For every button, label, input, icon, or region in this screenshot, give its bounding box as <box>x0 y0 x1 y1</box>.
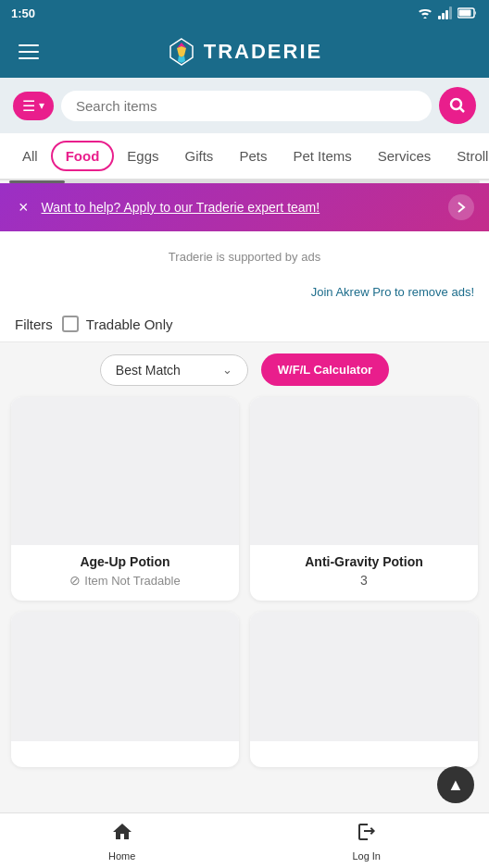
svg-marker-8 <box>177 46 186 57</box>
svg-point-10 <box>451 99 461 109</box>
item-image <box>250 612 478 741</box>
tab-scroll-bar <box>9 180 65 183</box>
tab-eggs[interactable]: Eggs <box>114 141 171 171</box>
filters-bar: Filters Tradable Only <box>0 306 489 342</box>
sort-select[interactable]: Best Match ⌄ <box>100 354 248 386</box>
hamburger-line <box>19 57 39 59</box>
svg-rect-5 <box>459 10 471 17</box>
category-tabs: All Food Eggs Gifts Pets Pet Items Servi… <box>0 133 489 180</box>
search-bar: ☰ ▾ <box>0 78 489 133</box>
item-info <box>250 741 478 767</box>
tab-scroll-indicator <box>9 180 480 183</box>
item-name: Age-Up Potion <box>22 554 228 569</box>
item-status: ⊘ Item Not Tradable <box>22 573 228 588</box>
status-time: 1:50 <box>11 6 35 20</box>
item-image <box>11 397 239 545</box>
ad-section: Traderie is supported by ads <box>0 231 489 281</box>
wifi-icon <box>417 6 433 19</box>
tab-pet-items[interactable]: Pet Items <box>280 141 364 171</box>
signal-icon <box>438 6 453 19</box>
item-info: Anti-Gravity Potion 3 <box>250 545 478 601</box>
item-grid: Age-Up Potion ⊘ Item Not Tradable Anti-G… <box>0 397 489 778</box>
promo-banner[interactable]: × Want to help? Apply to our Traderie ex… <box>0 183 489 231</box>
tab-services[interactable]: Services <box>365 141 445 171</box>
svg-rect-0 <box>438 16 441 19</box>
item-card[interactable] <box>11 612 239 767</box>
tab-food[interactable]: Food <box>51 141 115 171</box>
search-icon <box>449 97 466 114</box>
home-icon <box>111 821 133 849</box>
svg-rect-1 <box>442 13 445 19</box>
wfl-calculator-button[interactable]: W/F/L Calculator <box>261 353 389 386</box>
nav-home-label: Home <box>108 850 135 862</box>
logo-text: TRADERIE <box>204 40 322 64</box>
hamburger-line <box>19 44 39 46</box>
tab-pets[interactable]: Pets <box>226 141 280 171</box>
tab-strollers[interactable]: Strollers <box>444 141 489 171</box>
sort-chevron-icon: ⌄ <box>222 363 232 377</box>
item-info: Age-Up Potion ⊘ Item Not Tradable <box>11 545 239 601</box>
search-input-wrap <box>61 91 432 121</box>
search-input[interactable] <box>76 98 417 114</box>
top-nav: TRADERIE <box>0 26 489 78</box>
remove-ads-link[interactable]: Join Akrew Pro to remove ads! <box>0 281 489 306</box>
tab-all[interactable]: All <box>9 141 51 171</box>
chevron-down-icon: ▾ <box>39 99 44 112</box>
battery-icon <box>458 7 478 19</box>
status-bar: 1:50 <box>0 0 489 26</box>
logo: TRADERIE <box>167 37 322 67</box>
item-info <box>11 741 239 767</box>
status-icons <box>417 6 478 19</box>
tab-gifts[interactable]: Gifts <box>172 141 227 171</box>
tradable-label: Tradable Only <box>86 316 173 332</box>
banner-close-button[interactable]: × <box>15 198 32 217</box>
time-display: 1:50 <box>11 6 35 20</box>
item-image <box>11 612 239 741</box>
item-image <box>250 397 478 545</box>
nav-home-button[interactable]: Home <box>90 821 154 857</box>
hamburger-line <box>19 51 39 53</box>
item-value: 3 <box>261 573 467 588</box>
search-button[interactable] <box>439 87 476 124</box>
nav-login-label: Log In <box>352 850 381 862</box>
tradable-only-filter[interactable]: Tradable Only <box>62 316 173 332</box>
filter-button[interactable]: ☰ ▾ <box>13 92 54 120</box>
item-card[interactable] <box>250 612 478 767</box>
login-icon <box>356 821 378 849</box>
tradable-checkbox[interactable] <box>62 316 79 332</box>
item-card[interactable]: Anti-Gravity Potion 3 <box>250 397 478 601</box>
filters-label: Filters <box>15 316 53 332</box>
item-card[interactable]: Age-Up Potion ⊘ Item Not Tradable <box>11 397 239 601</box>
nav-login-button[interactable]: Log In <box>333 821 399 857</box>
item-name: Anti-Gravity Potion <box>261 554 467 569</box>
svg-rect-2 <box>445 10 448 19</box>
filters-left: Filters Tradable Only <box>15 316 173 332</box>
svg-line-11 <box>460 108 465 113</box>
ad-text: Traderie is supported by ads <box>169 250 320 264</box>
filter-icon: ☰ <box>22 97 35 115</box>
sort-select-text: Best Match <box>116 363 215 378</box>
hamburger-button[interactable] <box>15 41 43 63</box>
bottom-nav: Home Log In <box>0 812 489 868</box>
logo-icon <box>167 37 196 67</box>
banner-text: Want to help? Apply to our Traderie expe… <box>42 200 439 215</box>
svg-rect-3 <box>449 6 452 19</box>
chevron-right-icon <box>455 201 468 214</box>
not-tradable-icon: ⊘ <box>69 573 81 588</box>
sort-row: Best Match ⌄ W/F/L Calculator <box>0 342 489 397</box>
banner-arrow-icon <box>448 194 474 220</box>
close-icon: × <box>19 198 29 217</box>
not-tradable-text: Item Not Tradable <box>84 574 180 588</box>
scroll-to-top-button[interactable]: ▲ <box>437 766 474 803</box>
